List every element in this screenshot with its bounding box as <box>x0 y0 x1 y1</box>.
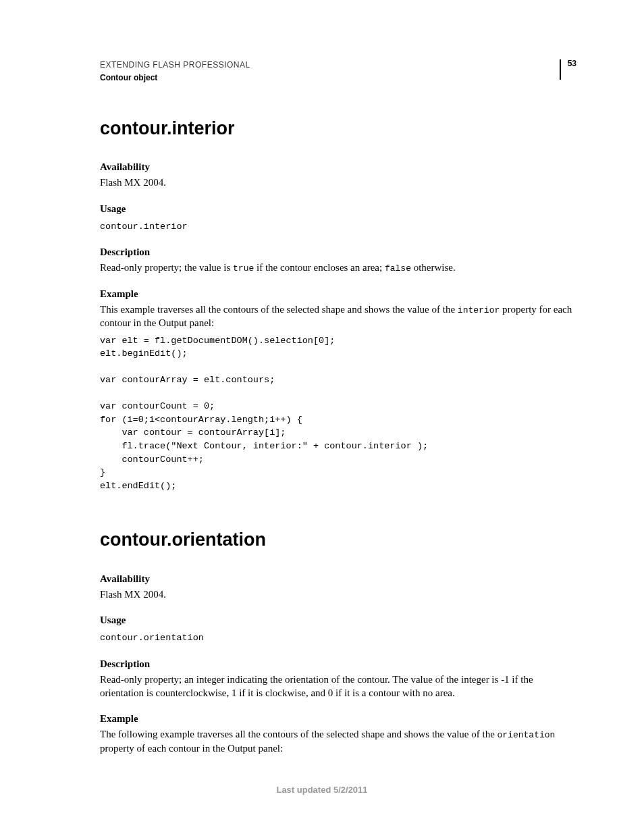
desc-code: false <box>385 263 411 273</box>
usage-code: contour.orientation <box>100 631 576 645</box>
availability-text: Flash MX 2004. <box>100 588 576 601</box>
availability-text: Flash MX 2004. <box>100 176 576 189</box>
usage-code: contour.interior <box>100 220 576 234</box>
desc-part: if the contour encloses an area; <box>254 262 385 273</box>
desc-code: true <box>233 263 254 273</box>
desc-part: otherwise. <box>411 262 456 273</box>
description-label: Description <box>100 657 576 671</box>
section-title-interior: contour.interior <box>100 116 576 142</box>
description-text: Read-only property; an integer indicatin… <box>100 673 576 700</box>
availability-label: Availability <box>100 572 576 586</box>
page-header: EXTENDING FLASH PROFESSIONAL Contour obj… <box>100 59 576 84</box>
ex-code: orientation <box>498 730 556 740</box>
example-label: Example <box>100 287 576 301</box>
section-title-orientation: contour.orientation <box>100 527 576 553</box>
usage-label: Usage <box>100 202 576 216</box>
page-number-wrap: 53 <box>560 59 576 80</box>
example-intro: This example traverses all the contours … <box>100 303 576 330</box>
description-label: Description <box>100 245 576 259</box>
availability-label: Availability <box>100 160 576 174</box>
desc-part: Read-only property; the value is <box>100 262 233 273</box>
ex-part: The following example traverses all the … <box>100 729 498 739</box>
usage-label: Usage <box>100 613 576 627</box>
description-text: Read-only property; the value is true if… <box>100 261 576 275</box>
footer-last-updated: Last updated 5/2/2011 <box>0 784 644 796</box>
page: EXTENDING FLASH PROFESSIONAL Contour obj… <box>0 0 644 834</box>
example-label: Example <box>100 712 576 726</box>
doc-section: Contour object <box>100 72 250 84</box>
example-intro: The following example traverses all the … <box>100 727 576 755</box>
page-number: 53 <box>568 59 576 68</box>
example-code-block: var elt = fl.getDocumentDOM().selection[… <box>100 334 576 493</box>
header-left: EXTENDING FLASH PROFESSIONAL Contour obj… <box>100 59 250 84</box>
ex-part: property of each contour in the Output p… <box>100 743 283 754</box>
ex-code: interior <box>458 305 500 315</box>
ex-part: This example traverses all the contours … <box>100 304 458 315</box>
doc-title: EXTENDING FLASH PROFESSIONAL <box>100 59 250 71</box>
